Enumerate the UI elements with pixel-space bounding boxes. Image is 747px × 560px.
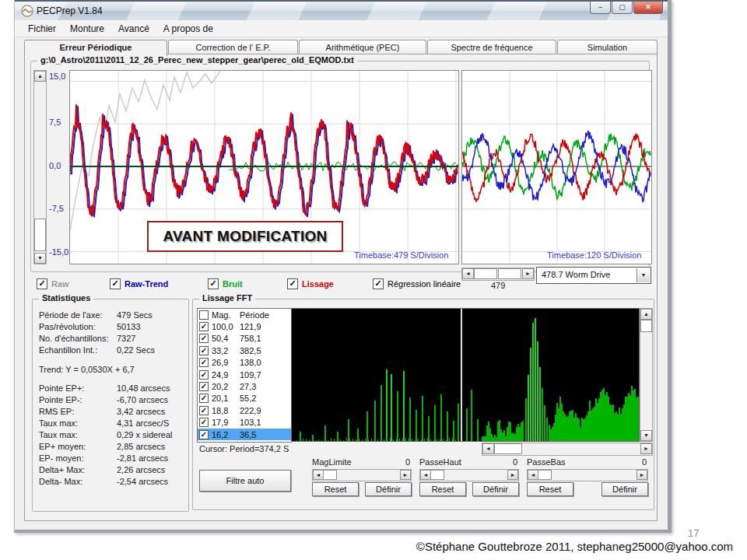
page-number: 17 [688, 527, 699, 539]
tab-spectre-frequence[interactable]: Spectre de fréquence [427, 40, 556, 54]
checkbox-raw-trend[interactable]: ✓ Raw-Trend [110, 278, 168, 289]
fft-list-item[interactable]: ✓24,9109,7 [198, 369, 291, 380]
period-value: 222,9 [240, 406, 291, 415]
check-icon[interactable]: ✓ [199, 358, 209, 367]
scrollbar-thumb[interactable] [34, 219, 46, 251]
check-icon[interactable]: ✓ [199, 382, 209, 391]
checkbox-raw[interactable]: ✓ Raw [37, 278, 69, 289]
menu-fichier[interactable]: Fichier [21, 22, 63, 36]
passehaut-slider[interactable]: ◄ ► [419, 469, 519, 481]
scroll-right-icon[interactable]: ► [400, 470, 411, 480]
menu-bar: Fichier Monture Avancé A propos de [15, 20, 668, 37]
close-button[interactable]: ✕ [633, 2, 663, 14]
tab-erreur-periodique[interactable]: Erreur Périodique [24, 40, 167, 56]
menu-monture[interactable]: Monture [63, 22, 111, 36]
maglimite-reset-button[interactable]: Reset [312, 482, 359, 496]
checkbox-bruit[interactable]: ✓ Bruit [208, 278, 243, 289]
fft-list-item[interactable]: ✓20,227,3 [198, 380, 291, 392]
scroll-down-icon[interactable]: ▼ [640, 430, 652, 441]
maglimite-slider[interactable]: ◄ ► [312, 469, 412, 481]
tab-simulation[interactable]: Simulation [557, 40, 658, 54]
check-icon[interactable]: ✓ [199, 334, 209, 343]
fft-list-item[interactable]: ✓20,155,2 [198, 393, 291, 404]
scroll-left-icon[interactable]: ◄ [528, 470, 538, 480]
period-value: 55,2 [240, 394, 291, 403]
checkbox-unchecked[interactable] [199, 310, 209, 320]
stat-value: 0,29 x sidereal [117, 430, 173, 439]
scrollbar-segment-2[interactable] [498, 268, 521, 279]
fft-cursor-label: Cursor: Period=374,2 S [199, 444, 289, 453]
fft-spectrum-display[interactable] [291, 308, 640, 442]
passehaut-label: PasseHaut [419, 457, 461, 467]
minimize-button[interactable]: – [590, 2, 611, 14]
worm-drive-select[interactable]: 478.7 Worm Drive ▼ [536, 267, 651, 284]
scroll-left-icon[interactable]: ◄ [462, 268, 474, 279]
fft-list-item-selected[interactable]: ✓16,236,5 [198, 429, 291, 440]
stat-row: Pas/révolution:50133 [39, 322, 182, 333]
fft-list-item[interactable]: ✓18,8222,9 [198, 404, 291, 416]
titlebar-shine [15, 2, 668, 20]
stat-value: 10,48 arcsecs [117, 383, 170, 393]
fft-list-item[interactable]: ✓26,9138,0 [198, 357, 291, 369]
scroll-left-icon[interactable]: ◄ [420, 470, 431, 480]
checkbox-regression-lineaire[interactable]: ✓ Régression linéaire [373, 278, 461, 289]
stat-value: 50133 [117, 322, 141, 331]
fft-vertical-scrollbar[interactable]: ▲ ▼ [640, 308, 653, 442]
scrollbar-segment-1[interactable] [474, 268, 497, 279]
passehaut-reset-button[interactable]: Reset [419, 482, 466, 496]
menu-avance[interactable]: Avancé [111, 22, 156, 36]
scroll-left-icon[interactable]: ◄ [482, 443, 494, 454]
maglimite-definir-button[interactable]: Définir [365, 482, 412, 496]
fft-title: Lissage FFT [199, 293, 255, 303]
chevron-down-icon[interactable]: ▼ [637, 268, 650, 282]
stat-label: Pointe EP+: [39, 383, 84, 393]
timebase-scrollbar[interactable]: ◄ ► [461, 268, 535, 281]
tab-correction-ep[interactable]: Correction de l' E.P. [168, 40, 298, 54]
passebas-definir-button[interactable]: Définir [601, 482, 648, 496]
scroll-up-icon[interactable]: ▲ [34, 71, 46, 82]
scroll-down-icon[interactable]: ▼ [34, 253, 46, 264]
fft-list-item[interactable]: ✓50,4758,1 [198, 333, 291, 345]
title-bar[interactable]: PECPrep V1.84 – ▢ ✕ [15, 0, 668, 20]
scroll-right-icon[interactable]: ► [637, 470, 647, 480]
period-value: 382,5 [240, 346, 291, 355]
check-icon[interactable]: ✓ [199, 394, 209, 403]
fft-frequency-list[interactable]: Mag.Période ✓100,0121,9 ✓50,4758,1 ✓33,2… [197, 308, 292, 443]
scroll-right-icon[interactable]: ► [507, 470, 518, 480]
scroll-value-label: 479 [491, 281, 505, 290]
menu-apropos[interactable]: A propos de [156, 22, 220, 36]
fft-spectrum-plot [292, 309, 639, 441]
scroll-left-icon[interactable]: ◄ [313, 470, 324, 480]
stat-label: Taux max: [39, 418, 78, 428]
stat-label: Echantillon Int.: [39, 345, 97, 355]
chart-vertical-scrollbar[interactable]: ▲ ▼ [33, 70, 47, 264]
passehaut-definir-button[interactable]: Définir [472, 482, 519, 496]
check-icon[interactable]: ✓ [199, 418, 209, 427]
scrollbar-thumb[interactable] [494, 443, 522, 454]
check-icon[interactable]: ✓ [199, 322, 209, 331]
maximize-button[interactable]: ▢ [612, 2, 633, 14]
fft-list-item[interactable]: ✓17,9103,1 [198, 417, 291, 429]
fft-list-item[interactable]: ✓100,0121,9 [198, 320, 291, 332]
filtre-auto-button[interactable]: Filtre auto [199, 470, 291, 492]
scrollbar-thumb[interactable] [640, 320, 652, 332]
slider-thumb[interactable] [538, 470, 552, 480]
slider-thumb[interactable] [323, 470, 337, 480]
scroll-right-icon[interactable]: ► [640, 443, 652, 454]
check-icon[interactable]: ✓ [199, 430, 209, 439]
stat-value: -2,54 arcsecs [117, 477, 168, 486]
scroll-right-icon[interactable]: ► [522, 268, 534, 279]
passebas-reset-button[interactable]: Reset [527, 482, 573, 496]
fft-horizontal-scrollbar[interactable]: ◄ ► [482, 443, 653, 456]
scroll-up-icon[interactable]: ▲ [640, 309, 652, 320]
check-icon[interactable]: ✓ [199, 406, 209, 415]
stat-row: Delta+ Max:2,26 arcsecs [39, 465, 182, 476]
checkbox-lissage[interactable]: ✓ Lissage [287, 278, 334, 289]
fft-list-item[interactable]: ✓33,2382,5 [198, 345, 291, 356]
zoom-pe-chart[interactable] [461, 70, 652, 264]
tab-arithmetique-pec[interactable]: Arithmétique (PEC) [299, 40, 426, 54]
passebas-slider[interactable]: ◄ ► [527, 469, 648, 481]
check-icon[interactable]: ✓ [199, 346, 209, 355]
slider-thumb[interactable] [430, 470, 444, 480]
check-icon[interactable]: ✓ [199, 370, 209, 380]
